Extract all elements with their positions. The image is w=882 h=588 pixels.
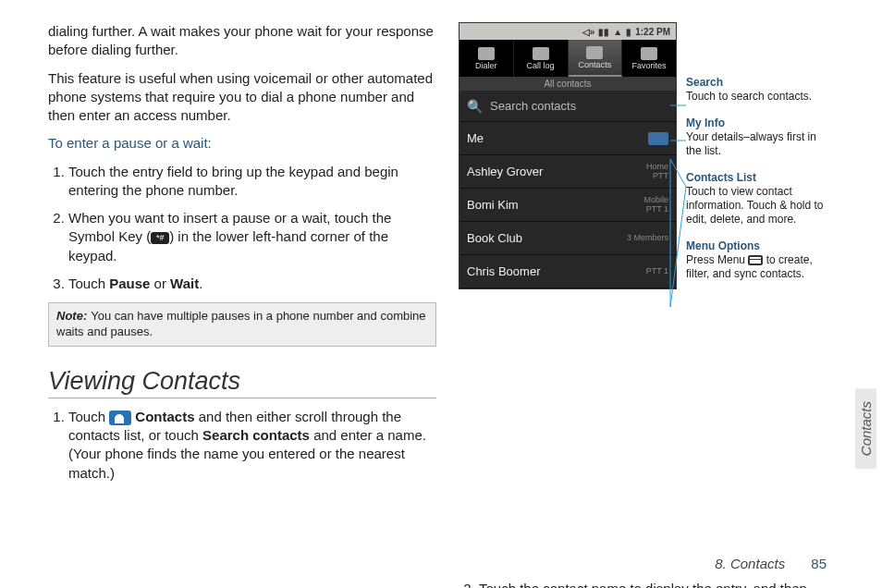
step-item: Touch Pause or Wait. [68, 275, 436, 293]
callout-contacts-list: Contacts List Touch to view contact info… [686, 171, 834, 227]
contacts-app-icon [109, 410, 131, 425]
favorites-icon [641, 47, 657, 60]
contact-tag: PTT 1 [646, 267, 668, 276]
body-text: This feature is useful when using voicem… [48, 69, 436, 126]
dialer-icon [478, 47, 495, 60]
list-subheader: All contacts [459, 77, 676, 91]
contact-row-me[interactable]: Me [459, 122, 676, 155]
contact-row[interactable]: Chris Boomer PTT 1 [459, 255, 676, 288]
clock: 1:22 PM [635, 27, 670, 37]
page-footer: 8. Contacts 85 [715, 556, 827, 571]
step-item: When you want to insert a pause or a wai… [68, 209, 436, 265]
status-bar: ◁» ▮▮ ▲ ▮ 1:22 PM [459, 23, 676, 40]
side-tab: Contacts [855, 388, 876, 469]
step-item: Touch the entry field to bring up the ke… [68, 163, 436, 201]
search-icon: 🔍 [467, 99, 483, 114]
battery-icon: ▮ [626, 27, 631, 37]
tab-favorites[interactable]: Favorites [622, 40, 676, 77]
callout-my-info: My Info Your details–always first in the… [686, 116, 834, 158]
call-log-icon [533, 47, 549, 60]
phone-screenshot: ◁» ▮▮ ▲ ▮ 1:22 PM Dialer Call log Contac… [459, 22, 677, 289]
callout-menu-options: Menu Options Press Menu to create, filte… [686, 239, 834, 281]
step-item: Touch Contacts and then either scroll th… [68, 408, 436, 483]
instruction-heading: To enter a pause or a wait: [48, 134, 436, 153]
signal-icon: ▮▮ [598, 27, 609, 37]
contact-row[interactable]: Book Club 3 Members [459, 222, 676, 255]
note-text: You can have multiple pauses in a phone … [56, 309, 426, 338]
tab-bar: Dialer Call log Contacts Favorites [459, 40, 676, 77]
note-label: Note: [56, 309, 87, 323]
me-badge-icon [648, 132, 668, 145]
volume-icon: ◁» [582, 27, 595, 37]
symbol-key-icon: *# [151, 232, 169, 244]
contact-row[interactable]: Bomi Kim Mobile PTT 1 [459, 189, 676, 222]
callout-search: Search Touch to search contacts. [686, 76, 834, 104]
page-number: 85 [811, 556, 827, 571]
note-box: Note:You can have multiple pauses in a p… [48, 302, 436, 347]
tab-contacts[interactable]: Contacts [569, 40, 623, 77]
contact-row[interactable]: Ashley Grover Home PTT [459, 155, 676, 189]
body-text: dialing further. A wait makes your phone… [48, 22, 436, 60]
callouts: Search Touch to search contacts. My Info… [686, 76, 834, 294]
contacts-icon [586, 46, 603, 59]
wifi-icon: ▲ [613, 27, 622, 37]
section-heading: Viewing Contacts [48, 367, 436, 398]
menu-button-icon [748, 255, 763, 265]
step-item: Touch the contact name to display the en… [479, 580, 828, 588]
contact-tag: Mobile PTT 1 [643, 196, 668, 214]
callout-lines [675, 76, 693, 335]
tab-call-log[interactable]: Call log [514, 40, 569, 77]
search-placeholder: Search contacts [490, 99, 576, 113]
contact-tag: 3 Members [627, 234, 668, 243]
contact-tag: Home PTT [646, 163, 668, 181]
search-contacts[interactable]: 🔍 Search contacts [459, 91, 676, 122]
tab-dialer[interactable]: Dialer [459, 40, 514, 77]
chapter-label: 8. Contacts [715, 556, 785, 571]
